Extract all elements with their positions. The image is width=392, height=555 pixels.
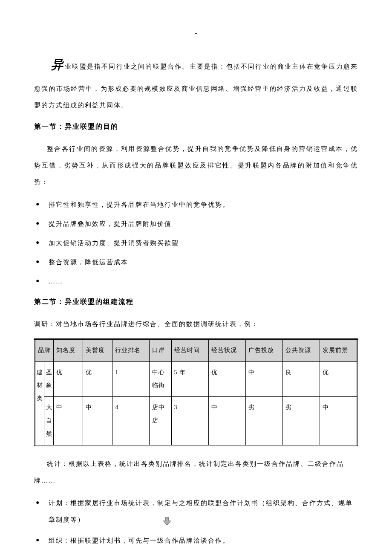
cell: 优 <box>83 361 112 397</box>
th-prospect: 发展前景 <box>320 339 357 361</box>
cell: 中 <box>83 397 112 445</box>
th-location: 口岸 <box>150 339 171 361</box>
cell: 中 <box>54 397 83 445</box>
list-item: 组织：根据联盟计划书，可先与一级合作品牌洽谈合作。 <box>34 532 358 549</box>
intro-text: 业联盟是指不同行业之间的联盟合作。主要是指：包括不同行业的商业主体在竞争压力愈来… <box>34 63 358 109</box>
brand-cell: 圣象 <box>44 361 54 397</box>
header-dash: - <box>34 30 358 37</box>
cell: 良 <box>282 361 320 397</box>
section-1-bullet-list: 排它性和独享性，提升各品牌在当地行业中的竞争优势。 提升品牌叠加效应，提升品牌附… <box>34 197 358 290</box>
list-item: 计划：根据家居行业市场统计表，制定与之相应的联盟合作计划书（组织架构、合作方式、… <box>34 495 358 528</box>
section-1-heading: 第一节：异业联盟的目的 <box>34 122 358 131</box>
brand-cell: 大自然 <box>44 397 54 445</box>
th-status: 经营状况 <box>208 339 245 361</box>
after-table-paragraph: 统计：根据以上表格，统计出各类别品牌排名，统计制定出各类别一级合作品牌、二级合作… <box>34 456 358 489</box>
list-item: 排它性和独享性，提升各品牌在当地行业中的竞争优势。 <box>34 197 358 213</box>
cell: 店中店 <box>150 397 171 445</box>
cell: 1 <box>112 361 150 397</box>
cell: 4 <box>112 397 150 445</box>
list-item: …… <box>34 273 358 290</box>
plan-item-text: 组织：根据联盟计划书，可先与一级合作品牌洽谈合作。 <box>49 537 230 544</box>
brand-text: 圣象 <box>46 366 52 393</box>
list-item: 提升品牌叠加效应，提升品牌附加价值 <box>34 216 358 232</box>
plan-list: 计划：根据家居行业市场统计表，制定与之相应的联盟合作计划书（组织架构、合作方式、… <box>34 495 358 549</box>
arrow-down-icon <box>162 516 172 526</box>
table-row: 建材类 圣象 优 优 1 中心临街 5 年 优 中 良 优 <box>35 361 357 397</box>
section-1-paragraph: 整合各行业间的资源，利用资源整合优势，提升自我的竞争优势及降低自身的营销运营成本… <box>34 141 358 191</box>
intro-paragraph: 异业联盟是指不同行业之间的联盟合作。主要是指：包括不同行业的商业主体在竞争压力愈… <box>34 49 358 114</box>
section-2-heading: 第二节：异业联盟的组建流程 <box>34 298 358 306</box>
plan-item-text: 计划：根据家居行业市场统计表，制定与之相应的联盟合作计划书（组织架构、合作方式、… <box>49 500 353 523</box>
th-brand: 品牌 <box>35 339 54 361</box>
cell: 劣 <box>245 397 282 445</box>
list-item: 加大促销活动力度、提升消费者购买欲望 <box>34 235 358 251</box>
cell: 5 年 <box>171 361 208 397</box>
cell: 优 <box>54 361 83 397</box>
brand-text: 大自然 <box>46 401 52 440</box>
row-group-text: 建材类 <box>37 366 43 405</box>
cell: 中心临街 <box>150 361 171 397</box>
survey-table: 品牌 知名度 美誉度 行业排名 口岸 经营时间 经营状况 广告投放 公共资源 发… <box>34 338 358 446</box>
th-awareness: 知名度 <box>54 339 83 361</box>
dropcap: 异 <box>51 58 64 71</box>
row-group-cell: 建材类 <box>35 361 44 445</box>
th-ads: 广告投放 <box>245 339 282 361</box>
th-reputation: 美誉度 <box>83 339 112 361</box>
table-row: 大自然 中 中 4 店中店 3 中 劣 劣 中 <box>35 397 357 445</box>
th-public: 公共资源 <box>282 339 320 361</box>
table-header-row: 品牌 知名度 美誉度 行业排名 口岸 经营时间 经营状况 广告投放 公共资源 发… <box>35 339 357 361</box>
cell: 中 <box>245 361 282 397</box>
list-item: 整合资源，降低运营成本 <box>34 254 358 271</box>
th-rank: 行业排名 <box>112 339 150 361</box>
cell: 中 <box>320 397 357 445</box>
page-container: - 异业联盟是指不同行业之间的联盟合作。主要是指：包括不同行业的商业主体在竞争压… <box>0 0 392 555</box>
th-duration: 经营时间 <box>171 339 208 361</box>
cell: 劣 <box>282 397 320 445</box>
cell: 优 <box>208 361 245 397</box>
cell: 中 <box>208 397 245 445</box>
cell: 3 <box>171 397 208 445</box>
section-2-intro: 调研：对当地市场各行业品牌进行综合、全面的数据调研统计表，例： <box>34 316 358 332</box>
cell: 优 <box>320 361 357 397</box>
